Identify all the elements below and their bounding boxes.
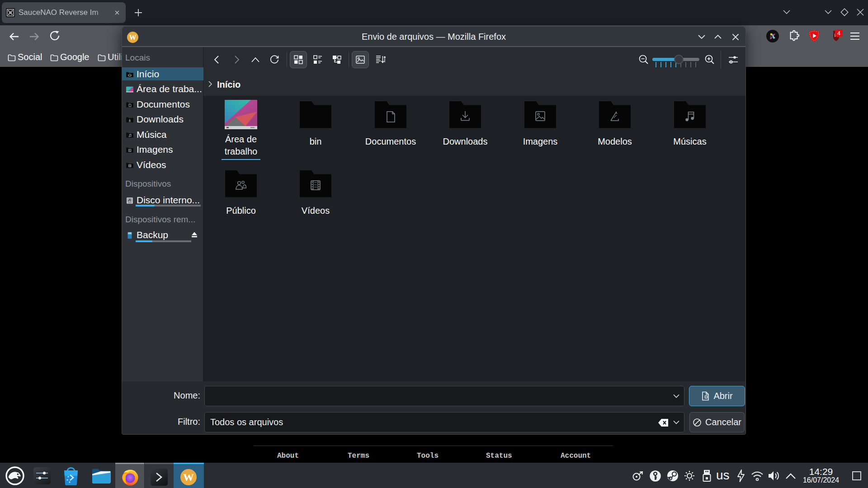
svg-text:4: 4 <box>837 30 840 37</box>
